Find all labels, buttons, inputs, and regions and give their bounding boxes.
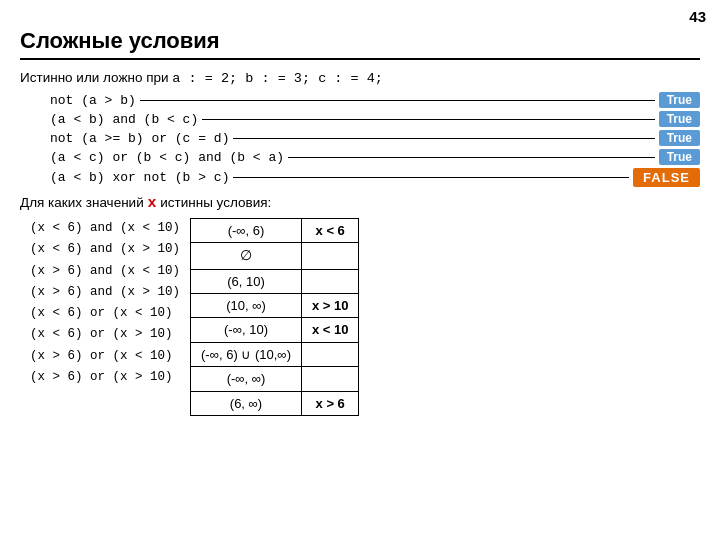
- cond-row-3: not (a >= b) or (c = d) True: [50, 130, 700, 146]
- table-row-3: (6, 10): [191, 269, 359, 293]
- xval-6: [301, 342, 359, 366]
- badge-true-3: True: [659, 130, 700, 146]
- conditions-block: not (a > b) True (a < b) and (b < c) Tru…: [50, 92, 700, 187]
- interval-8: (6, ∞): [191, 391, 302, 415]
- xval-8: x > 6: [301, 391, 359, 415]
- cond-line-3: [233, 138, 654, 139]
- cond-expr-2: (a < b) and (b < c): [50, 112, 198, 127]
- expr-row-8: (x > 6) or (x > 10): [30, 367, 180, 388]
- table-row-4: (10, ∞) x > 10: [191, 293, 359, 317]
- badge-true-4: True: [659, 149, 700, 165]
- badge-true-1: True: [659, 92, 700, 108]
- cond-line-1: [140, 100, 655, 101]
- expr-row-4: (x > 6) and (x > 10): [30, 282, 180, 303]
- xval-3: [301, 269, 359, 293]
- intro-line: Истинно или ложно при a : = 2; b : = 3; …: [20, 70, 700, 86]
- table-row-2: ∅: [191, 243, 359, 269]
- cond-row-1: not (a > b) True: [50, 92, 700, 108]
- title-divider: [20, 58, 700, 60]
- cond-row-4: (a < c) or (b < c) and (b < a) True: [50, 149, 700, 165]
- xval-7: [301, 367, 359, 391]
- expr-row-2: (x < 6) and (x > 10): [30, 239, 180, 260]
- section2-title: Для каких значений x истинны условия:: [20, 195, 700, 212]
- expr-row-1: (x < 6) and (x < 10): [30, 218, 180, 239]
- cond-row-2: (a < b) and (b < c) True: [50, 111, 700, 127]
- section2-text2: истинны условия:: [160, 195, 271, 210]
- interval-3: (6, 10): [191, 269, 302, 293]
- cond-row-5: (a < b) xor not (b > c) FALSE: [50, 168, 700, 187]
- section2-text1: Для каких значений: [20, 195, 144, 210]
- cond-expr-4: (a < c) or (b < c) and (b < a): [50, 150, 284, 165]
- results-table: (-∞, 6) x < 6 ∅ (6, 10) (10, ∞) x > 10 (…: [190, 218, 359, 416]
- xval-4: x > 10: [301, 293, 359, 317]
- cond-line-4: [288, 157, 655, 158]
- intro-text: Истинно или ложно при: [20, 70, 169, 85]
- table-row-6: (-∞, 6) ∪ (10,∞): [191, 342, 359, 366]
- interval-4: (10, ∞): [191, 293, 302, 317]
- expr-row-7: (x > 6) or (x < 10): [30, 346, 180, 367]
- xval-5: x < 10: [301, 318, 359, 342]
- expr-row-3: (x > 6) and (x < 10): [30, 261, 180, 282]
- cond-line-2: [202, 119, 654, 120]
- main-content: Истинно или ложно при a : = 2; b : = 3; …: [20, 70, 700, 416]
- xval-2: [301, 243, 359, 269]
- cond-line-5: [233, 177, 629, 178]
- badge-false-5: FALSE: [633, 168, 700, 187]
- table-row-8: (6, ∞) x > 6: [191, 391, 359, 415]
- page-number: 43: [689, 8, 706, 25]
- interval-7: (-∞, ∞): [191, 367, 302, 391]
- table-row-5: (-∞, 10) x < 10: [191, 318, 359, 342]
- table-row-1: (-∞, 6) x < 6: [191, 219, 359, 243]
- cond-expr-3: not (a >= b) or (c = d): [50, 131, 229, 146]
- intro-vars: a : = 2; b : = 3; c : = 4;: [172, 71, 383, 86]
- section2-x: x: [147, 195, 156, 212]
- interval-6: (-∞, 6) ∪ (10,∞): [191, 342, 302, 366]
- expr-row-6: (x < 6) or (x > 10): [30, 324, 180, 345]
- badge-true-2: True: [659, 111, 700, 127]
- cond-expr-1: not (a > b): [50, 93, 136, 108]
- interval-5: (-∞, 10): [191, 318, 302, 342]
- page-title: Сложные условия: [20, 28, 700, 54]
- table-row-7: (-∞, ∞): [191, 367, 359, 391]
- interval-2: ∅: [191, 243, 302, 269]
- interval-1: (-∞, 6): [191, 219, 302, 243]
- expr-row-5: (x < 6) or (x < 10): [30, 303, 180, 324]
- xval-1: x < 6: [301, 219, 359, 243]
- table-area: (x < 6) and (x < 10) (x < 6) and (x > 10…: [30, 218, 700, 416]
- cond-expr-5: (a < b) xor not (b > c): [50, 170, 229, 185]
- left-expressions: (x < 6) and (x < 10) (x < 6) and (x > 10…: [30, 218, 180, 416]
